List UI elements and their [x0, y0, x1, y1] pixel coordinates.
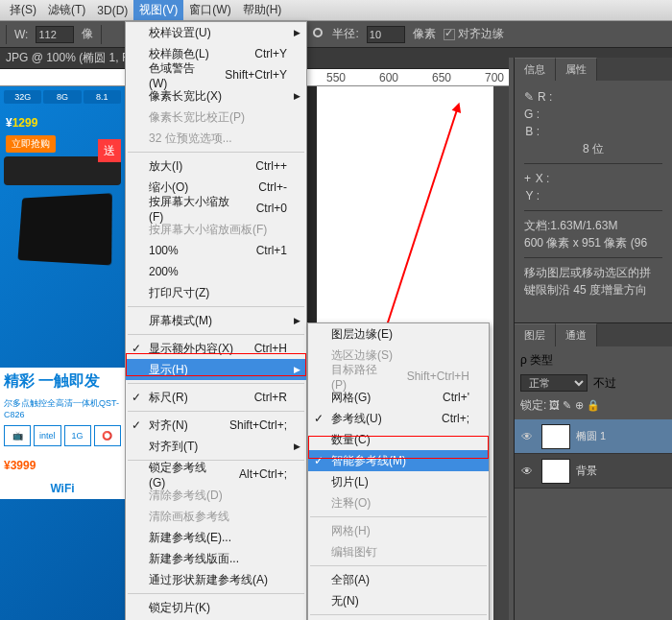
menuitem-切片(L)[interactable]: 切片(L) [308, 471, 489, 492]
menu-帮助(H)[interactable]: 帮助(H) [237, 0, 288, 20]
menuitem-屏幕模式(M)[interactable]: 屏幕模式(M)▶ [126, 310, 306, 331]
menuitem-数量(C)[interactable]: 数量(C) [308, 429, 489, 450]
unit: 像 [82, 26, 93, 42]
menuitem-32 位预览选项...: 32 位预览选项... [126, 128, 306, 149]
show-submenu: 图层边缘(E)选区边缘(S)目标路径(P)Shift+Ctrl+H网格(G)Ct… [307, 322, 490, 620]
menuitem-目标路径(P): 目标路径(P)Shift+Ctrl+H [308, 366, 489, 387]
menuitem-对齐(N)[interactable]: ✓对齐(N)Shift+Ctrl+; [126, 415, 306, 436]
panels: 信息 属性 ✎ R : G : B : 8 位 + X : Y : 文档:1.6… [514, 58, 672, 620]
blend-mode[interactable]: 正常 [520, 374, 588, 392]
menuitem-按屏幕大小缩放画板(F): 按屏幕大小缩放画板(F) [126, 219, 306, 240]
menuitem-通过形状新建参考线(A)[interactable]: 通过形状新建参考线(A) [126, 569, 306, 590]
menuitem-清除参考线(D): 清除参考线(D) [126, 485, 306, 506]
menuitem-对齐到(T)[interactable]: 对齐到(T)▶ [126, 436, 306, 457]
menuitem-网格(G)[interactable]: 网格(G)Ctrl+' [308, 387, 489, 408]
menuitem-像素长宽比(X)[interactable]: 像素长宽比(X)▶ [126, 85, 306, 107]
width-label: W: [14, 28, 28, 41]
menuitem-智能参考线(M)[interactable]: ✓智能参考线(M) [308, 450, 489, 471]
layer-thumb [541, 459, 570, 484]
menuitem-新建参考线(E)...[interactable]: 新建参考线(E)... [126, 527, 306, 548]
sample-image: 32G8G8.1 ¥1299 立即抢购 送 精彩 一触即发 尔多点触控全高清一体… [0, 86, 125, 620]
layer-thumb [541, 424, 570, 449]
radius-label: 半径: [332, 26, 358, 42]
menuitem-图层边缘(E)[interactable]: 图层边缘(E) [308, 323, 489, 345]
radius-unit: 像素 [413, 26, 436, 42]
visibility-icon[interactable]: 👁 [518, 430, 536, 443]
menuitem-校样设置(U)[interactable]: 校样设置(U)▶ [126, 22, 306, 43]
menuitem-打印尺寸(Z)[interactable]: 打印尺寸(Z) [126, 282, 306, 303]
layer-row[interactable]: 👁椭圆 1 [515, 419, 672, 454]
snap-checkbox[interactable]: 对齐边缘 [444, 26, 504, 42]
menuitem-注释(O): 注释(O) [308, 492, 489, 513]
menu-视图(V)[interactable]: 视图(V) [133, 0, 183, 20]
width-input[interactable] [36, 26, 74, 43]
menuitem-参考线(U)[interactable]: ✓参考线(U)Ctrl+; [308, 408, 489, 429]
menuitem-锁定参考线(G)[interactable]: 锁定参考线(G)Alt+Ctrl+; [126, 464, 306, 485]
layer-row[interactable]: 👁背景 [515, 454, 672, 489]
layer-filter[interactable]: ρ 类型 [520, 352, 553, 369]
menu-窗口(W)[interactable]: 窗口(W) [183, 0, 236, 20]
menuitem-显示(H)[interactable]: 显示(H)▶ [126, 359, 306, 380]
tab-properties[interactable]: 属性 [556, 58, 597, 81]
layer-name: 椭圆 1 [576, 429, 606, 443]
tab-info[interactable]: 信息 [515, 58, 556, 81]
menubar: 择(S)滤镜(T)3D(D)视图(V)窗口(W)帮助(H) [0, 0, 672, 21]
menuitem-200%[interactable]: 200% [126, 261, 306, 282]
menuitem-显示额外内容(X)[interactable]: ✓显示额外内容(X)Ctrl+H [126, 338, 306, 359]
menuitem-放大(I)[interactable]: 放大(I)Ctrl++ [126, 155, 306, 177]
menu-择(S)[interactable]: 择(S) [4, 0, 42, 20]
menuitem-像素长宽比校正(P): 像素长宽比校正(P) [126, 107, 306, 128]
gear-icon[interactable] [311, 26, 324, 42]
info-panel: ✎ R : G : B : 8 位 + X : Y : 文档:1.63M/1.6… [515, 81, 672, 306]
scrollbar-vertical[interactable] [493, 86, 509, 620]
menuitem-清除画板参考线: 清除画板参考线 [126, 506, 306, 527]
layers-panel: 图层 通道 ρ 类型 正常 不过 锁定: 🖼 ✎ ⊕ 🔒 👁椭圆 1👁背景 [515, 322, 672, 620]
menuitem-锁定切片(K)[interactable]: 锁定切片(K) [126, 597, 306, 618]
layer-name: 背景 [576, 464, 597, 478]
visibility-icon[interactable]: 👁 [518, 465, 536, 478]
tab-channels[interactable]: 通道 [556, 323, 597, 346]
menuitem-无(N)[interactable]: 无(N) [308, 590, 489, 611]
menuitem-按屏幕大小缩放(F)[interactable]: 按屏幕大小缩放(F)Ctrl+0 [126, 198, 306, 219]
menuitem-新建参考线版面...[interactable]: 新建参考线版面... [126, 548, 306, 569]
radius-input[interactable] [367, 26, 405, 43]
menuitem-100%[interactable]: 100%Ctrl+1 [126, 240, 306, 261]
menuitem-标尺(R)[interactable]: ✓标尺(R)Ctrl+R [126, 387, 306, 408]
tab-layers[interactable]: 图层 [515, 323, 556, 346]
menuitem-色域警告(W)[interactable]: 色域警告(W)Shift+Ctrl+Y [126, 64, 306, 85]
view-menu: 校样设置(U)▶校样颜色(L)Ctrl+Y色域警告(W)Shift+Ctrl+Y… [125, 21, 307, 620]
options-bar: W: 像 半径: 像素 对齐边缘 [0, 21, 672, 48]
menu-3D(D)[interactable]: 3D(D) [91, 2, 133, 19]
menuitem-网格(H): 网格(H) [308, 520, 489, 541]
menuitem-编辑图钉: 编辑图钉 [308, 541, 489, 562]
menu-滤镜(T)[interactable]: 滤镜(T) [42, 0, 91, 20]
menuitem-全部(A)[interactable]: 全部(A) [308, 569, 489, 590]
